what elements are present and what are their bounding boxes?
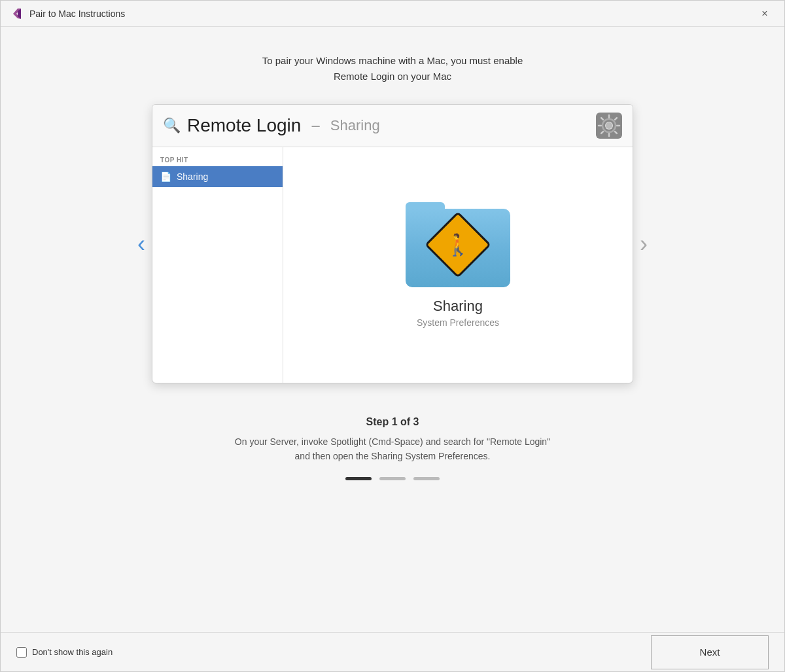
footer: Don't show this again Next [1,632,784,671]
search-text-sub: Sharing [330,117,380,134]
search-sep: – [307,117,323,134]
close-button[interactable]: × [756,5,774,23]
top-hit-label: TOP HIT [152,152,283,166]
pedestrian-icon: 🚶 [445,232,471,257]
sharing-item-label: Sharing [177,171,208,182]
search-icon: 🔍 [163,117,181,134]
dot-3 [413,477,440,480]
main-window: Pair to Mac Instructions × To pair your … [0,0,785,672]
next-arrow[interactable]: › [633,226,654,262]
folder-subtitle: System Preferences [417,317,499,328]
folder-title: Sharing [433,298,483,315]
spotlight-sharing-item[interactable]: 📄 Sharing [152,166,283,187]
dont-show-checkbox[interactable] [16,647,27,658]
window-title: Pair to Mac Instructions [29,9,125,19]
step-area: Step 1 of 3 On your Server, invoke Spotl… [235,416,550,480]
content-area: To pair your Windows machine with a Mac,… [1,27,784,632]
spotlight-body: TOP HIT 📄 Sharing [152,147,633,383]
spotlight-window: 🔍 Remote Login – Sharing [152,104,633,383]
prev-arrow[interactable]: ‹ [131,226,152,262]
intro-text: To pair your Windows machine with a Mac,… [262,53,523,84]
spotlight-sidebar: TOP HIT 📄 Sharing [152,147,283,383]
dot-2 [379,477,406,480]
title-bar: Pair to Mac Instructions × [1,1,784,27]
intro-line2: Remote Login on your Mac [262,69,523,84]
intro-line1: To pair your Windows machine with a Mac,… [262,53,523,69]
sharing-item-icon: 📄 [160,171,171,182]
spotlight-main: 🚶 Sharing System Preferences [283,147,633,383]
step-dots [235,477,550,480]
step-description: On your Server, invoke Spotlight (Cmd-Sp… [235,434,550,464]
search-text-main: Remote Login [187,115,301,136]
gear-icon [596,113,622,139]
spotlight-search-bar: 🔍 Remote Login – Sharing [152,105,633,147]
svg-point-2 [606,122,612,129]
step-title: Step 1 of 3 [235,416,550,428]
folder-icon: 🚶 [406,202,510,287]
dont-show-label[interactable]: Don't show this again [32,647,113,657]
checkbox-area: Don't show this again [16,647,113,658]
title-bar-left: Pair to Mac Instructions [11,7,125,20]
next-button[interactable]: Next [651,635,769,669]
folder-body: 🚶 [406,209,510,287]
vs-icon [11,7,24,20]
dot-1 [345,477,372,480]
mac-window-wrapper: ‹ 🔍 Remote Login – Sharing [131,104,654,383]
